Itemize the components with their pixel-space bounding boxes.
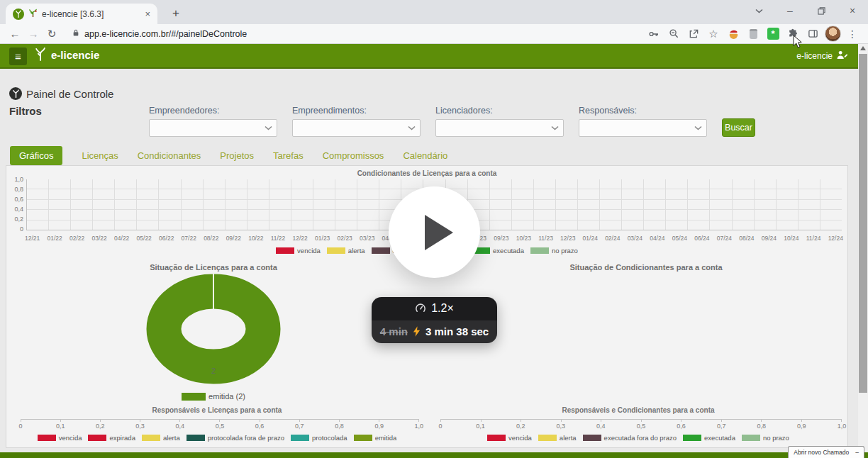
extension-trash-icon[interactable] [743,25,763,43]
chevron-down-icon [694,125,702,130]
legend-label: protocolada fora de prazo [208,434,284,442]
legend-swatch [530,247,549,254]
axis-tick-label: 0,3 [133,423,148,430]
legend-swatch [38,435,56,441]
filter-group: Licenciadores: [435,106,564,137]
axis-tick [260,420,260,422]
original-duration: 4 min [380,325,408,337]
share-icon[interactable] [684,25,703,43]
legend-item: executada [683,434,735,442]
browser-menu-icon[interactable]: ⋮ [842,25,862,43]
video-play-button[interactable] [389,186,480,278]
dashboard-tab[interactable]: Condicionantes [138,150,201,161]
y-tick-label: 0,2 [14,216,23,223]
dashboard-tab[interactable]: Calendário [403,150,447,161]
axis-tick-label: 1,0 [411,423,427,430]
resp-licenses-legend: vencida expirada alerta protocolada fora… [6,434,428,442]
legend-label: vencida [59,434,82,442]
elicencie-circle-logo-icon [13,9,24,20]
legend-swatch [583,435,601,441]
axis-tick-label: 0 [433,423,448,430]
donut-legend: emitida (2) [43,392,384,401]
legend-swatch [187,435,205,441]
password-key-icon[interactable] [644,25,664,43]
profile-avatar[interactable] [823,25,842,43]
bookmark-star-icon[interactable]: ☆ [703,25,723,43]
axis-tick-label: 0,1 [52,423,68,430]
browser-tabstrip: e-licencie [3.6.3] × + – × [0,0,868,24]
filter-group: Responsáveis: [579,106,707,137]
licenses-donut-title: Situação de Licenças para a conta [43,263,384,272]
x-tick-label: 08/22 [204,235,218,242]
x-tick-label: 11/22 [271,235,286,242]
brand-name: e-licencie [51,49,99,61]
legend-label: alerta [348,247,365,255]
legend-label: emitida (2) [208,392,245,401]
filter-dropdown[interactable] [579,119,707,137]
legend-label: executada [704,434,735,442]
tab-close-icon[interactable]: × [145,9,150,19]
x-tick-label: 03/24 [628,235,642,242]
legend-label: executada fora do prazo [604,434,677,442]
scrollbar-up-icon[interactable] [860,46,866,50]
app-brand: e-licencie [34,47,99,63]
side-panel-icon[interactable] [803,25,823,43]
window-close-icon[interactable]: × [837,0,868,21]
axis-tick [219,420,220,422]
play-icon [425,215,453,250]
legend-item: executada fora do prazo [583,434,677,442]
address-bar[interactable]: app.e-licencie.com.br/#/painelDeControle [67,28,638,39]
hamburger-menu-button[interactable]: ≡ [9,48,27,65]
axis-tick-label: 0,4 [593,423,608,430]
page-scrollbar[interactable] [858,44,868,458]
legend-item: emitida [354,434,397,442]
dashboard-tab[interactable]: Compromissos [323,150,384,161]
legend-swatch [142,435,160,441]
dashboard-tab[interactable]: Tarefas [273,150,304,161]
legend-swatch [538,435,557,441]
legend-item: vencida [487,434,532,442]
y-tick-label: 0,4 [14,206,23,213]
window-minimize-icon[interactable]: – [774,0,806,21]
resp-conditions-legend: vencida alerta executada fora do prazo e… [428,434,849,442]
filter-label: Empreendedores: [149,106,277,116]
axis-tick [100,420,101,422]
x-tick-label: 10/23 [516,235,531,242]
new-tab-button[interactable]: + [167,5,184,22]
search-button[interactable]: Buscar [722,118,755,137]
axis-tick [379,420,379,422]
browser-tab[interactable]: e-licencie [3.6.3] × [6,4,157,24]
video-speed-pill[interactable]: 1.2× 4 min 3 min 38 sec [372,297,497,343]
window-restore-icon[interactable] [806,0,837,21]
dashboard-tab[interactable]: Gráficos [10,146,62,165]
axis-tick [339,420,340,422]
legend-swatch [372,247,390,254]
scrollbar-thumb[interactable] [859,54,867,393]
dashboard-tab[interactable]: Licenças [82,150,118,161]
legend-label: no prazo [552,247,578,255]
open-ticket-button[interactable]: Abrir novo Chamado – [788,446,864,458]
account-menu[interactable]: e-licencie [796,50,848,62]
filter-dropdown[interactable] [435,119,564,137]
axis-tick-label: 0,2 [92,423,108,430]
dashboard-tab[interactable]: Projetos [220,150,254,161]
extension-santa-icon[interactable] [723,25,743,43]
zoom-indicator-icon[interactable] [664,25,684,43]
filter-dropdown[interactable] [292,119,421,137]
filter-group: Empreendimentos: [292,106,421,137]
resp-licenses-title: Responsáveis e Licenças para a conta [6,406,428,414]
back-icon[interactable]: ← [6,28,24,40]
x-tick-label: 05/22 [137,235,152,242]
widget-minimize-icon[interactable]: – [855,449,859,456]
filter-dropdown[interactable] [149,119,277,137]
reload-icon[interactable]: ↻ [43,28,61,40]
extension-green-asterisk-icon[interactable]: * [763,25,783,43]
x-tick-label: 01/23 [315,235,330,242]
legend-item: expirada [88,434,135,442]
window-chevron-icon[interactable] [743,0,774,21]
app-header [0,44,868,69]
axis-tick-label: 1,0 [834,423,850,430]
page-title: Painel de Controle [9,87,113,100]
x-tick-label: 09/24 [762,235,777,242]
forward-icon[interactable]: → [24,28,43,40]
